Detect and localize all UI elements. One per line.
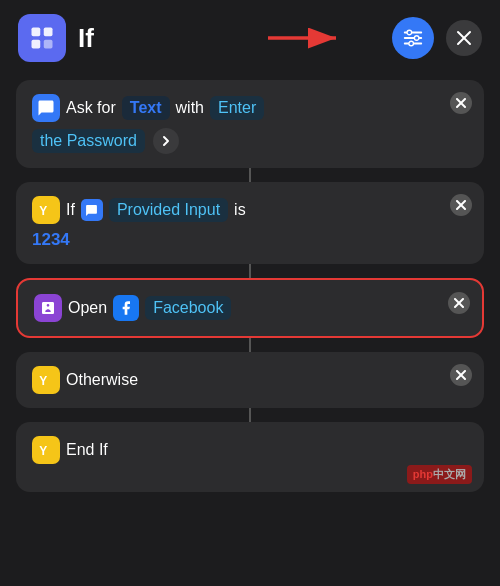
ask-for-password: the Password [32, 129, 145, 153]
svg-rect-0 [32, 28, 41, 37]
app-icon [18, 14, 66, 62]
otherwise-label: Otherwise [66, 371, 138, 389]
open-row: Open Facebook [34, 294, 466, 322]
facebook-icon [113, 295, 139, 321]
ask-for-icon [32, 94, 60, 122]
svg-rect-1 [44, 28, 53, 37]
page-title: If [78, 23, 223, 54]
close-button[interactable] [446, 20, 482, 56]
svg-text:Y: Y [39, 444, 47, 458]
if-is-label: is [234, 201, 246, 219]
content-area: Ask for Text with Enter the Password [0, 76, 500, 508]
otherwise-row: Y Otherwise [32, 366, 468, 394]
connector-3 [249, 338, 251, 352]
end-if-icon: Y [32, 436, 60, 464]
svg-rect-3 [44, 40, 53, 49]
end-if-card: Y End If php中文网 [16, 422, 484, 492]
open-facebook-card: Open Facebook [16, 278, 484, 338]
otherwise-icon: Y [32, 366, 60, 394]
facebook-label[interactable]: Facebook [145, 296, 231, 320]
svg-rect-2 [32, 40, 41, 49]
otherwise-card: Y Otherwise [16, 352, 484, 408]
ask-for-prompt[interactable]: Enter [210, 96, 264, 120]
ask-for-chevron[interactable] [153, 128, 179, 154]
end-if-label: End If [66, 441, 108, 459]
otherwise-close[interactable] [450, 364, 472, 386]
if-icon: Y [32, 196, 60, 224]
arrow-indicator [235, 24, 380, 52]
connector-4 [249, 408, 251, 422]
svg-point-9 [407, 30, 412, 35]
open-icon [34, 294, 62, 322]
open-close[interactable] [448, 292, 470, 314]
if-row: Y If Provided Input is [32, 196, 468, 224]
svg-text:Y: Y [39, 374, 47, 388]
if-close[interactable] [450, 194, 472, 216]
if-label: If [66, 201, 75, 219]
php-badge: php中文网 [407, 465, 472, 484]
svg-text:Y: Y [39, 204, 47, 218]
if-provided-input[interactable]: Provided Input [109, 198, 228, 222]
svg-point-11 [409, 41, 414, 46]
ask-for-label: Ask for [66, 99, 116, 117]
settings-button[interactable] [392, 17, 434, 59]
ask-for-row: Ask for Text with Enter [32, 94, 468, 122]
if-condition-card: Y If Provided Input is 1234 [16, 182, 484, 264]
ask-for-type[interactable]: Text [122, 96, 170, 120]
ask-for-card: Ask for Text with Enter the Password [16, 80, 484, 168]
if-value-row: 1234 [32, 230, 468, 250]
ask-for-with: with [176, 99, 204, 117]
if-value: 1234 [32, 230, 70, 250]
if-input-icon [81, 199, 103, 221]
connector-2 [249, 264, 251, 278]
ask-for-second-row: the Password [32, 128, 468, 154]
end-if-row: Y End If [32, 436, 468, 464]
connector-1 [249, 168, 251, 182]
svg-point-10 [414, 36, 419, 41]
open-label: Open [68, 299, 107, 317]
header: If [0, 0, 500, 76]
ask-for-close[interactable] [450, 92, 472, 114]
